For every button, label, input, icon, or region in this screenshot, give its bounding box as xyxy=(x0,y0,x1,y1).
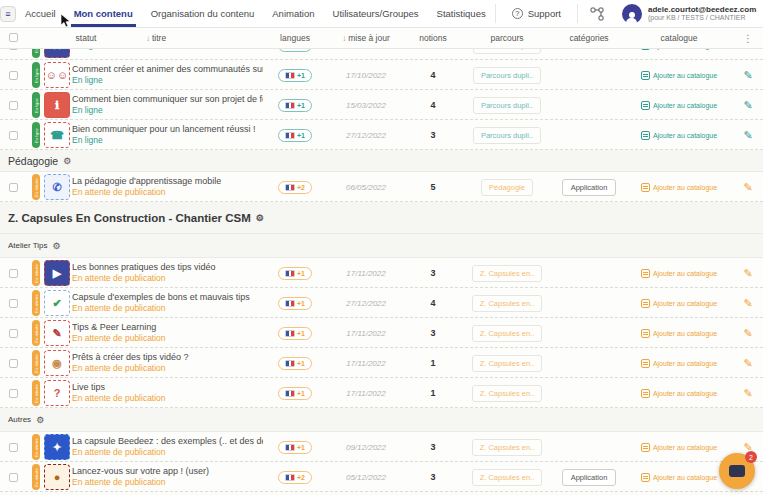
thumbnail[interactable]: ✆ xyxy=(44,174,70,200)
add-to-catalogue-link[interactable]: Ajouter au catalogue xyxy=(641,49,717,50)
edit-icon[interactable]: ✎ xyxy=(743,69,752,82)
thumbnail[interactable]: ★ xyxy=(44,49,70,58)
category-chip[interactable]: Application xyxy=(562,179,617,196)
thumbnail[interactable]: ● xyxy=(44,464,70,490)
row-title[interactable]: La pédagogie d'apprentissage mobile xyxy=(72,176,221,187)
column-header-mise-a-jour[interactable]: ↓mise à jour xyxy=(327,33,405,43)
thumbnail[interactable]: ☺☺ xyxy=(44,62,70,88)
add-to-catalogue-link[interactable]: Ajouter au catalogue xyxy=(641,101,717,110)
row-title[interactable]: Comment bien communiquer sur son projet … xyxy=(72,94,263,105)
nav-item-mon-contenu[interactable]: Mon contenu xyxy=(65,0,142,27)
column-options-menu-icon[interactable]: ⋮ xyxy=(733,33,763,44)
beedeez-logo[interactable]: ≡ xyxy=(0,0,16,27)
add-to-catalogue-link[interactable]: Ajouter au catalogue xyxy=(641,329,717,338)
column-header-titre[interactable]: ↓titre xyxy=(146,33,263,43)
parcours-chip[interactable]: Z. Capsules en.. xyxy=(472,325,543,342)
gear-icon[interactable]: ⚙ xyxy=(256,213,264,223)
column-header-statut[interactable]: statut xyxy=(26,33,146,43)
edit-icon[interactable]: ✎ xyxy=(743,267,752,280)
thumbnail[interactable]: ▶ xyxy=(44,260,70,286)
gear-icon[interactable]: ⚙ xyxy=(53,241,61,251)
category-chip[interactable]: Application xyxy=(562,469,617,486)
chat-widget-button[interactable]: 2 xyxy=(719,453,755,489)
row-title[interactable]: Comment créer et animer des communautés … xyxy=(72,64,263,75)
row-title[interactable]: Capsule d'exemples de bons et mauvais ti… xyxy=(72,292,250,303)
parcours-chip[interactable]: Pédagogie xyxy=(481,179,533,196)
thumbnail[interactable]: ✦ xyxy=(44,434,70,460)
nav-item-utilisateurs-groupes[interactable]: Utilisateurs/Groupes xyxy=(324,0,428,27)
thumbnail[interactable]: ? xyxy=(44,380,70,406)
edit-icon[interactable]: ✎ xyxy=(743,49,752,52)
add-to-catalogue-link[interactable]: Ajouter au catalogue xyxy=(641,131,717,140)
parcours-chip[interactable]: Z. Capsules en.. xyxy=(472,295,543,312)
row-checkbox[interactable] xyxy=(9,473,18,482)
row-title[interactable]: Live tips xyxy=(72,382,105,393)
row-checkbox[interactable] xyxy=(9,71,18,80)
thumbnail[interactable]: ✎ xyxy=(44,320,70,346)
parcours-chip[interactable]: Z. Capsules en.. xyxy=(472,265,543,282)
gear-icon[interactable]: ⚙ xyxy=(63,156,71,166)
add-to-catalogue-link[interactable]: Ajouter au catalogue xyxy=(641,269,717,278)
languages-badge[interactable]: +1 xyxy=(278,267,312,280)
add-to-catalogue-link[interactable]: Ajouter au catalogue xyxy=(641,299,717,308)
languages-badge[interactable]: +1 xyxy=(278,49,312,52)
gear-icon[interactable]: ⚙ xyxy=(36,415,44,425)
support-button[interactable]: ? Support xyxy=(496,0,577,27)
column-header-notions[interactable]: notions xyxy=(405,33,461,43)
row-checkbox[interactable] xyxy=(9,183,18,192)
parcours-chip[interactable]: Z. Capsules en.. xyxy=(472,469,543,486)
nav-item-statistiques[interactable]: Statistiques xyxy=(428,0,495,27)
row-checkbox[interactable] xyxy=(9,131,18,140)
add-to-catalogue-link[interactable]: Ajouter au catalogue xyxy=(641,183,717,192)
languages-badge[interactable]: +2 xyxy=(278,471,312,484)
column-header-parcours[interactable]: parcours xyxy=(461,33,553,43)
languages-badge[interactable]: +1 xyxy=(278,441,312,454)
row-title[interactable]: Tips & Peer Learning xyxy=(72,322,156,333)
parcours-chip[interactable]: Z. Capsules en.. xyxy=(472,385,543,402)
languages-badge[interactable]: +1 xyxy=(278,387,312,400)
parcours-chip[interactable]: Parcours dupli.. xyxy=(473,67,541,84)
row-checkbox[interactable] xyxy=(9,359,18,368)
row-checkbox[interactable] xyxy=(9,443,18,452)
row-title[interactable]: Lancez-vous sur votre app ! (user) xyxy=(72,466,209,477)
column-header-langues[interactable]: langues xyxy=(263,33,327,43)
column-header-catalogue[interactable]: catalogue xyxy=(625,33,733,43)
org-chart-icon[interactable] xyxy=(578,0,616,27)
languages-badge[interactable]: +1 xyxy=(278,327,312,340)
edit-icon[interactable]: ✎ xyxy=(743,327,752,340)
edit-icon[interactable]: ✎ xyxy=(743,357,752,370)
languages-badge[interactable]: +1 xyxy=(278,129,312,142)
parcours-chip[interactable]: Z. Capsules en.. xyxy=(472,439,543,456)
user-menu[interactable]: adele.courtot@beedeez.com (pour KB / TES… xyxy=(616,0,763,27)
languages-badge[interactable]: +1 xyxy=(278,69,312,82)
languages-badge[interactable]: +1 xyxy=(278,357,312,370)
languages-badge[interactable]: +1 xyxy=(278,99,312,112)
add-to-catalogue-link[interactable]: Ajouter au catalogue xyxy=(641,473,717,482)
add-to-catalogue-link[interactable]: Ajouter au catalogue xyxy=(641,443,717,452)
add-to-catalogue-link[interactable]: Ajouter au catalogue xyxy=(641,389,717,398)
add-to-catalogue-link[interactable]: Ajouter au catalogue xyxy=(641,359,717,368)
edit-icon[interactable]: ✎ xyxy=(743,99,752,112)
row-checkbox[interactable] xyxy=(9,389,18,398)
row-title[interactable]: Prêts à créer des tips vidéo ? xyxy=(72,352,189,363)
edit-icon[interactable]: ✎ xyxy=(743,129,752,142)
row-title[interactable]: La capsule Beedeez : des exemples (.. et… xyxy=(72,436,263,447)
parcours-chip[interactable]: Parcours dupli.. xyxy=(473,127,541,144)
row-title[interactable]: Bien communiquer pour un lancement réuss… xyxy=(72,124,256,135)
parcours-chip[interactable]: Parcours dupli.. xyxy=(473,97,541,114)
parcours-chip[interactable]: Z. Capsules en.. xyxy=(472,355,543,372)
thumbnail[interactable]: ☎ xyxy=(44,122,70,148)
nav-item-animation[interactable]: Animation xyxy=(263,0,323,27)
row-checkbox[interactable] xyxy=(9,101,18,110)
thumbnail[interactable]: ◉ xyxy=(44,350,70,376)
nav-item-accueil[interactable]: Accueil xyxy=(16,0,65,27)
add-to-catalogue-link[interactable]: Ajouter au catalogue xyxy=(641,71,717,80)
column-header-categories[interactable]: catégories xyxy=(553,33,625,43)
parcours-chip[interactable]: Parcours dupli.. xyxy=(473,49,541,54)
row-checkbox[interactable] xyxy=(9,329,18,338)
select-all-checkbox[interactable] xyxy=(9,33,18,42)
row-checkbox[interactable] xyxy=(9,269,18,278)
edit-icon[interactable]: ✎ xyxy=(743,387,752,400)
row-checkbox[interactable] xyxy=(9,49,18,50)
languages-badge[interactable]: +2 xyxy=(278,181,312,194)
